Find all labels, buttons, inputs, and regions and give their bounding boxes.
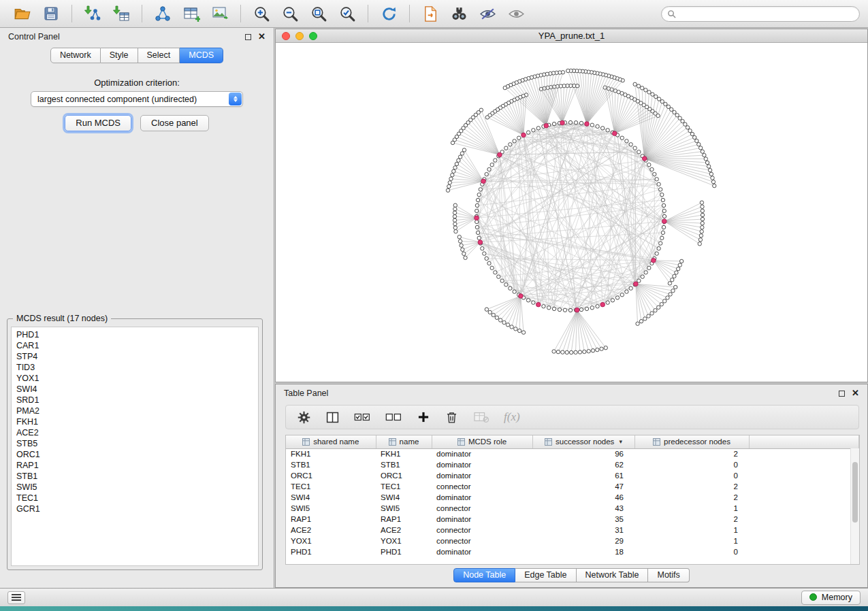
window-close-icon[interactable] (282, 32, 290, 40)
close-panel-icon[interactable]: ✕ (852, 390, 859, 397)
table-row[interactable]: ACE2ACE2connector311 (286, 525, 859, 535)
status-menu-icon[interactable] (7, 591, 25, 604)
scrollbar-thumb[interactable] (852, 462, 858, 522)
copy-current-style-icon[interactable] (419, 3, 441, 24)
save-session-icon[interactable] (40, 3, 62, 24)
mcds-result-item[interactable]: STB1 (16, 471, 258, 482)
column-header-predecessor-nodes[interactable]: predecessor nodes (634, 435, 749, 448)
zoom-in-icon[interactable] (251, 3, 272, 24)
deselect-all-rows-icon[interactable] (385, 410, 402, 424)
column-grid-icon (302, 438, 310, 446)
table-row[interactable]: TEC1TEC1connector472 (286, 481, 859, 492)
table-panel-header: Table Panel ✕ (276, 384, 867, 402)
mcds-result-item[interactable]: GCR1 (16, 503, 258, 514)
main-toolbar (0, 0, 868, 28)
float-panel-icon[interactable] (245, 34, 251, 40)
mcds-result-item[interactable]: ACE2 (16, 427, 258, 438)
new-network-icon[interactable] (152, 3, 174, 24)
network-title: YPA_prune.txt_1 (276, 31, 867, 41)
memory-button[interactable]: Memory (801, 591, 861, 605)
mcds-result-item[interactable]: STP4 (16, 351, 258, 362)
mcds-result-groupbox: MCDS result (17 nodes) PHD1CAR1STP4TID3Y… (7, 318, 263, 570)
column-header-successor-nodes[interactable]: successor nodes ▾ (532, 435, 634, 448)
close-panel-button[interactable]: Close panel (140, 115, 209, 131)
mcds-result-item[interactable]: STB5 (16, 438, 258, 449)
table-vertical-scrollbar[interactable] (850, 448, 859, 564)
open-file-icon[interactable] (12, 3, 33, 24)
add-column-icon[interactable] (417, 410, 430, 424)
table-row[interactable]: FKH1FKH1dominator962 (286, 448, 859, 459)
column-header-shared-name[interactable]: shared name (286, 435, 376, 448)
mcds-result-list[interactable]: PHD1CAR1STP4TID3YOX1SWI4SRD1PMA2FKH1ACE2… (11, 327, 259, 566)
hide-selected-icon[interactable] (477, 3, 498, 24)
function-builder-icon: f(x) (504, 410, 520, 424)
show-all-icon[interactable] (505, 3, 527, 24)
mcds-result-item[interactable]: SWI4 (16, 384, 258, 395)
import-network-from-file-icon[interactable] (82, 3, 103, 24)
table-row[interactable]: ORC1ORC1dominator610 (286, 470, 859, 481)
table-row[interactable]: SWI4SWI4dominator462 (286, 492, 859, 503)
mcds-result-item[interactable]: SRD1 (16, 395, 258, 406)
tab-mcds[interactable]: MCDS (180, 48, 223, 63)
memory-label: Memory (822, 593, 852, 602)
mcds-result-item[interactable]: FKH1 (16, 416, 258, 427)
mcds-result-item[interactable]: CAR1 (16, 340, 258, 351)
search-input[interactable] (676, 9, 854, 18)
zoom-fit-icon[interactable] (308, 3, 329, 24)
delete-column-trash-icon[interactable] (445, 410, 459, 425)
table-row[interactable]: PHD1PHD1dominator180 (286, 546, 859, 557)
column-header-mcds-role[interactable]: MCDS role (432, 435, 532, 448)
select-all-rows-icon[interactable] (354, 410, 371, 424)
mcds-result-item[interactable]: PMA2 (16, 406, 258, 416)
tab-edge-table[interactable]: Edge Table (515, 568, 576, 582)
table-panel: Table Panel ✕ (275, 384, 868, 588)
refresh-view-icon[interactable] (378, 3, 400, 24)
table-settings-gear-icon[interactable] (297, 410, 311, 425)
mcds-result-item[interactable]: YOX1 (16, 373, 258, 384)
run-mcds-button[interactable]: Run MCDS (65, 115, 131, 131)
mcds-result-item[interactable]: TID3 (16, 362, 258, 373)
mcds-result-item[interactable]: PHD1 (16, 329, 258, 340)
node-table-container: shared name name (285, 435, 860, 565)
tab-network[interactable]: Network (50, 48, 101, 63)
table-row[interactable]: YOX1YOX1connector291 (286, 535, 859, 546)
memory-status-icon (809, 593, 817, 601)
close-panel-icon[interactable]: ✕ (258, 33, 266, 40)
table-toolbar: f(x) (285, 405, 859, 429)
tab-network-table[interactable]: Network Table (577, 568, 649, 582)
table-row[interactable]: SWI5SWI5connector431 (286, 503, 859, 514)
optimization-criterion-label: Optimization criterion: (0, 78, 274, 88)
mcds-result-item[interactable]: SWI5 (16, 482, 258, 493)
table-row[interactable]: STB1STB1dominator620 (286, 459, 859, 470)
status-bar: Memory (0, 588, 868, 606)
zoom-out-icon[interactable] (279, 3, 301, 24)
control-panel-header: Control Panel ✕ (0, 28, 274, 46)
network-canvas[interactable] (276, 43, 867, 382)
float-panel-icon[interactable] (839, 391, 845, 397)
column-grid-icon (545, 438, 552, 446)
tab-style[interactable]: Style (101, 48, 138, 63)
export-image-icon[interactable] (209, 3, 231, 24)
column-grid-icon (389, 438, 396, 446)
mcds-result-item[interactable]: TEC1 (16, 493, 258, 503)
tab-select[interactable]: Select (138, 48, 180, 63)
column-header-name[interactable]: name (376, 435, 432, 448)
mcds-result-item[interactable]: RAP1 (16, 460, 258, 471)
find-icon[interactable] (448, 3, 470, 24)
global-search-field[interactable] (661, 6, 860, 22)
zoom-selected-icon[interactable] (336, 3, 358, 24)
node-table-body: FKH1FKH1dominator962STB1STB1dominator620… (286, 448, 859, 557)
window-maximize-icon[interactable] (309, 32, 317, 40)
tab-motifs[interactable]: Motifs (648, 568, 689, 582)
table-row[interactable]: RAP1RAP1dominator352 (286, 514, 859, 525)
sort-descending-icon: ▾ (619, 438, 622, 445)
tab-node-table[interactable]: Node Table (453, 568, 515, 582)
table-panel-title: Table Panel (284, 389, 328, 398)
mcds-result-item[interactable]: ORC1 (16, 449, 258, 460)
column-grid-icon (653, 438, 660, 446)
new-table-icon[interactable] (180, 3, 202, 24)
window-minimize-icon[interactable] (295, 32, 304, 40)
import-table-from-file-icon[interactable] (110, 3, 132, 24)
show-columns-icon[interactable] (325, 410, 340, 425)
optimization-criterion-select[interactable]: largest connected component (undirected) (31, 91, 243, 107)
